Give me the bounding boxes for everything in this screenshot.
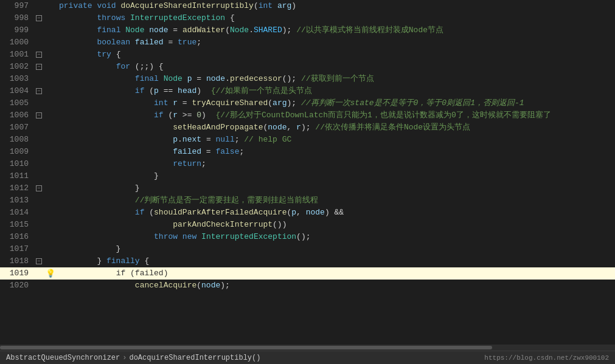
line-number: 1013 — [0, 194, 33, 207]
code-content: final Node node = addWaiter(Node.SHARED)… — [57, 24, 615, 36]
fold-area[interactable] — [33, 122, 44, 134]
fold-area[interactable] — [33, 219, 44, 231]
lightbulb-area — [44, 36, 57, 49]
fold-area[interactable] — [33, 73, 44, 85]
code-content: if (r >= 0) {//那么对于CountDownLatch而言只能为1，… — [57, 109, 615, 122]
table-row: 1009 failed = false; — [0, 146, 615, 158]
lightbulb-area — [44, 219, 57, 231]
table-row: 1019💡 if (failed) — [0, 267, 615, 280]
horizontal-scrollbar[interactable] — [0, 345, 615, 351]
line-number: 998 — [0, 12, 33, 24]
fold-area[interactable] — [33, 97, 44, 109]
table-row: 1003 final Node p = node.predecessor(); … — [0, 73, 615, 85]
code-content: private void doAcquireSharedInterruptibl… — [57, 0, 615, 12]
lightbulb-area — [44, 73, 57, 85]
line-number: 1015 — [0, 219, 33, 231]
lightbulb-area[interactable]: 💡 — [44, 267, 57, 280]
lightbulb-area — [44, 243, 57, 255]
table-row: 1013 //判断节点是否一定需要挂起，需要则挂起当前线程 — [0, 194, 615, 207]
table-row: 1016 throw new InterruptedException(); — [0, 231, 615, 243]
fold-area[interactable] — [33, 36, 44, 49]
status-url: https://blog.csdn.net/zwx900102 — [484, 354, 609, 362]
fold-area[interactable] — [33, 170, 44, 182]
line-number: 1008 — [0, 134, 33, 146]
line-number: 1017 — [0, 243, 33, 255]
line-number: 1011 — [0, 170, 33, 182]
fold-area[interactable]: − — [33, 109, 44, 122]
line-number: 1007 — [0, 122, 33, 134]
editor-container: 997private void doAcquireSharedInterrupt… — [0, 0, 615, 364]
code-area: 997private void doAcquireSharedInterrupt… — [0, 0, 615, 345]
table-row: 1006− if (r >= 0) {//那么对于CountDownLatch而… — [0, 109, 615, 122]
lightbulb-area — [44, 109, 57, 122]
table-row: 1017 } — [0, 243, 615, 255]
lightbulb-area — [44, 134, 57, 146]
lightbulb-area — [44, 194, 57, 207]
fold-icon[interactable]: − — [36, 15, 42, 21]
code-content: for (;;) { — [57, 61, 615, 73]
lightbulb-area — [44, 61, 57, 73]
code-content: return; — [57, 158, 615, 170]
fold-area[interactable] — [33, 194, 44, 207]
table-row: 1014 if (shouldParkAfterFailedAcquire(p,… — [0, 207, 615, 219]
code-content: boolean failed = true; — [57, 36, 615, 49]
fold-area[interactable] — [33, 158, 44, 170]
fold-area[interactable] — [33, 243, 44, 255]
fold-area[interactable]: − — [33, 12, 44, 24]
code-content: failed = false; — [57, 146, 615, 158]
lightbulb-area — [44, 0, 57, 12]
lightbulb-area — [44, 255, 57, 267]
breadcrumb-part1: AbstractQueuedSynchronizer — [6, 354, 120, 362]
code-content: if (failed) — [57, 267, 615, 280]
fold-icon[interactable]: − — [36, 88, 42, 94]
lightbulb-area — [44, 231, 57, 243]
fold-area[interactable]: − — [33, 61, 44, 73]
fold-area[interactable]: − — [33, 255, 44, 267]
fold-area[interactable] — [33, 280, 44, 292]
fold-area[interactable] — [33, 267, 44, 280]
table-row: 1002− for (;;) { — [0, 61, 615, 73]
line-number: 1019 — [0, 267, 33, 280]
fold-icon[interactable]: − — [36, 258, 42, 264]
lightbulb-area — [44, 158, 57, 170]
fold-area[interactable] — [33, 207, 44, 219]
lightbulb-area — [44, 280, 57, 292]
fold-area[interactable] — [33, 146, 44, 158]
breadcrumb-bar: AbstractQueuedSynchronizer › doAcquireSh… — [0, 351, 615, 364]
code-content: cancelAcquire(node); — [57, 280, 615, 292]
line-number: 1014 — [0, 207, 33, 219]
lightbulb-area — [44, 122, 57, 134]
line-number: 1018 — [0, 255, 33, 267]
table-row: 1004− if (p == head) {//如果前一个节点是头节点 — [0, 85, 615, 97]
code-content: } — [57, 170, 615, 182]
table-row: 1010 return; — [0, 158, 615, 170]
fold-area[interactable] — [33, 134, 44, 146]
scrollbar-thumb[interactable] — [0, 346, 492, 349]
breadcrumb-sep: › — [122, 354, 127, 362]
fold-area[interactable]: − — [33, 85, 44, 97]
table-row: 998− throws InterruptedException { — [0, 12, 615, 24]
fold-area[interactable]: − — [33, 182, 44, 194]
table-row: 1015 parkAndCheckInterrupt()) — [0, 219, 615, 231]
table-row: 1000 boolean failed = true; — [0, 36, 615, 49]
code-content: throws InterruptedException { — [57, 12, 615, 24]
fold-area[interactable] — [33, 231, 44, 243]
table-row: 1007 setHeadAndPropagate(node, r); //依次传… — [0, 122, 615, 134]
lightbulb-area — [44, 146, 57, 158]
fold-icon[interactable]: − — [36, 64, 42, 70]
code-content: if (p == head) {//如果前一个节点是头节点 — [57, 85, 615, 97]
line-number: 1009 — [0, 146, 33, 158]
fold-area[interactable]: − — [33, 49, 44, 61]
lightbulb-area — [44, 85, 57, 97]
fold-icon[interactable]: − — [36, 112, 42, 118]
fold-area[interactable] — [33, 0, 44, 12]
line-number: 1010 — [0, 158, 33, 170]
fold-area[interactable] — [33, 24, 44, 36]
lightbulb-area — [44, 182, 57, 194]
fold-icon[interactable]: − — [36, 52, 42, 58]
table-row: 1001− try { — [0, 49, 615, 61]
fold-icon[interactable]: − — [36, 185, 42, 191]
table-row: 1011 } — [0, 170, 615, 182]
code-content: try { — [57, 49, 615, 61]
lightbulb-area — [44, 97, 57, 109]
